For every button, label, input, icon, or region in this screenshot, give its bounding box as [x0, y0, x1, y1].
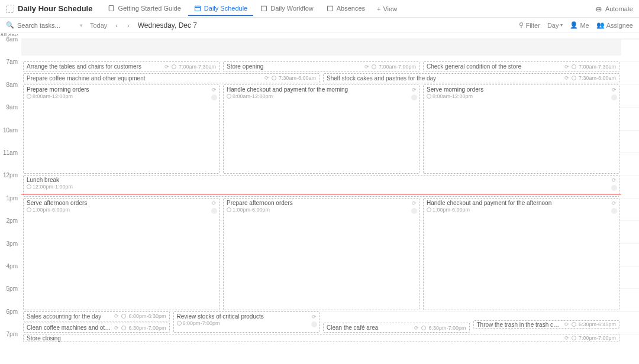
play-icon[interactable] — [211, 95, 217, 100]
recur-icon: ⟳ — [564, 64, 569, 70]
workflow-icon — [260, 5, 267, 12]
hour-label: 9am — [0, 104, 21, 129]
play-icon[interactable] — [211, 208, 217, 214]
clock-icon — [227, 207, 231, 212]
calendar-event[interactable]: Check general condition of the store⟳7:0… — [423, 61, 619, 72]
filter-button[interactable]: ⚲Filter — [519, 21, 540, 29]
recur-icon: ⟳ — [412, 87, 417, 93]
automate-label: Automate — [605, 5, 633, 12]
calendar-event[interactable]: Throw the trash in the trash collector's… — [473, 320, 620, 329]
clock-icon — [572, 76, 576, 80]
tab-getting-started[interactable]: Getting Started Guide — [102, 2, 186, 16]
add-view-button[interactable]: + View — [372, 2, 402, 16]
assignee-filter[interactable]: 👥Assignee — [596, 21, 633, 29]
event-title: Prepare coffee machine and other equipme… — [27, 75, 262, 82]
calendar-event[interactable]: Store opening⟳7:00am-7:00pm — [223, 61, 419, 72]
calendar-event[interactable]: Prepare coffee machine and other equipme… — [23, 73, 320, 83]
robot-icon — [595, 5, 602, 12]
chevron-down-icon: ▾ — [80, 22, 83, 28]
clock-icon — [572, 336, 576, 340]
play-icon[interactable] — [411, 95, 417, 100]
calendar-event[interactable]: Shelf stock cakes and pastries for the d… — [323, 73, 619, 83]
tab-label: Absences — [337, 5, 365, 12]
event-title: Shelf stock cakes and pastries for the d… — [327, 75, 562, 82]
hour-label: 6am — [0, 36, 21, 61]
add-view-label: View — [383, 5, 397, 12]
play-icon[interactable] — [411, 208, 417, 214]
play-icon[interactable] — [311, 321, 317, 327]
header-bar: Daily Hour Schedule Getting Started Guid… — [0, 0, 639, 18]
search-input[interactable]: 🔍 ▾ — [6, 21, 83, 29]
clock-icon — [172, 64, 176, 69]
event-title: Store opening — [227, 63, 362, 70]
event-time: 6:30pm-7:00pm — [428, 325, 466, 331]
hour-label: 2pm — [0, 217, 21, 243]
recur-icon: ⟳ — [612, 200, 617, 206]
toolbar: 🔍 ▾ Today ‹ › Wednesday, Dec 7 ⚲Filter D… — [0, 18, 639, 33]
allday-row: All day — [0, 33, 639, 39]
event-time: 7:30am-8:00am — [579, 75, 616, 81]
play-icon[interactable] — [611, 185, 617, 191]
view-tabs: Getting Started Guide Daily Schedule Dai… — [102, 2, 591, 16]
tab-absences[interactable]: Absences — [321, 2, 371, 16]
calendar-event[interactable]: Serve afternoon orders1:00pm-6:00pm⟳ — [23, 198, 220, 310]
filter-icon: ⚲ — [519, 21, 524, 29]
tab-label: Daily Schedule — [204, 5, 247, 12]
chevron-down-icon: ▾ — [560, 22, 563, 28]
calendar-event[interactable]: Serve morning orders8:00am-12:00pm⟳ — [423, 84, 619, 174]
calendar-icon — [194, 5, 201, 12]
event-title: Handle checkout and payment for the afte… — [427, 200, 616, 206]
event-time: 6:30pm-7:00pm — [128, 325, 166, 331]
event-title: Serve morning orders — [427, 86, 616, 93]
event-title: Serve afternoon orders — [27, 200, 216, 206]
svg-rect-2 — [262, 6, 267, 11]
day-selector[interactable]: Day▾ — [547, 22, 563, 29]
people-icon: 👥 — [596, 21, 605, 29]
doc-icon — [108, 5, 115, 12]
play-icon[interactable] — [611, 208, 617, 214]
event-title: Review stocks of critical products — [177, 313, 317, 320]
me-filter[interactable]: 👤Me — [570, 21, 589, 29]
calendar-event[interactable]: Store closing⟳7:00pm-7:00pm — [23, 334, 619, 342]
prev-day-button[interactable]: ‹ — [114, 22, 119, 29]
event-title: Prepare afternoon orders — [227, 200, 416, 206]
recur-icon: ⟳ — [412, 200, 417, 206]
clock-icon — [427, 207, 431, 212]
tab-daily-workflow[interactable]: Daily Workflow — [254, 2, 320, 16]
next-day-button[interactable]: › — [126, 22, 131, 29]
clock-icon — [27, 207, 31, 212]
event-time: 6:00pm-6:30pm — [128, 313, 166, 319]
recur-icon: ⟳ — [564, 75, 569, 81]
calendar-event[interactable]: Arrange the tables and chairs for custom… — [23, 61, 220, 72]
calendar-event[interactable]: Handle checkout and payment for the afte… — [423, 198, 619, 310]
event-title: Handle checkout and payment for the morn… — [227, 86, 416, 93]
hour-label: 6pm — [0, 308, 21, 334]
recur-icon: ⟳ — [164, 64, 169, 70]
toolbar-right: ⚲Filter Day▾ 👤Me 👥Assignee — [519, 21, 633, 29]
recur-icon: ⟳ — [564, 335, 569, 341]
recur-icon: ⟳ — [212, 87, 217, 93]
events-surface[interactable]: Arrange the tables and chairs for custom… — [21, 39, 621, 364]
automate-button[interactable]: Automate — [595, 5, 633, 12]
calendar-event[interactable]: Prepare afternoon orders1:00pm-6:00pm⟳ — [223, 198, 419, 310]
tab-label: Daily Workflow — [270, 5, 314, 12]
calendar-event[interactable]: Review stocks of critical products6:00pm… — [173, 311, 320, 333]
tab-daily-schedule[interactable]: Daily Schedule — [188, 2, 253, 16]
hour-label: 12pm — [0, 172, 21, 197]
calendar-event[interactable]: Prepare morning orders8:00am-12:00pm⟳ — [23, 84, 220, 174]
event-time: 12:00pm-1:00pm — [27, 184, 616, 190]
search-field[interactable] — [17, 22, 64, 29]
event-time: 1:00pm-6:00pm — [27, 207, 216, 213]
today-button[interactable]: Today — [90, 22, 107, 29]
calendar-event[interactable]: Handle checkout and payment for the morn… — [223, 84, 419, 174]
event-time: 8:00am-12:00pm — [427, 93, 616, 99]
svg-rect-1 — [195, 6, 200, 11]
recur-icon: ⟳ — [212, 200, 217, 206]
calendar-event[interactable]: Clean coffee machines and other food equ… — [23, 323, 170, 333]
calendar-event[interactable]: Sales accounting for the day⟳6:00pm-6:30… — [23, 311, 170, 321]
play-icon[interactable] — [611, 95, 617, 100]
event-time: 8:00am-12:00pm — [227, 93, 416, 99]
hour-label: 11am — [0, 150, 21, 175]
event-title: Clean coffee machines and other food equ… — [27, 324, 112, 331]
calendar-event[interactable]: Clean the café area⟳6:30pm-7:00pm — [323, 323, 470, 333]
